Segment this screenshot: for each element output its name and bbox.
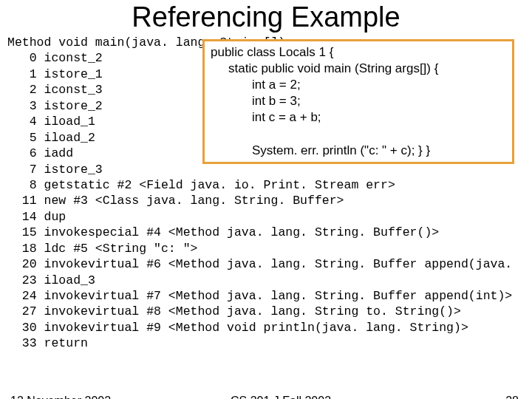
source-line: int b = 3; <box>252 93 506 109</box>
footer-course: CS 201 J Fall 2002 <box>231 395 331 399</box>
bytecode-line: 18 ldc #5 <String "c: "> <box>7 242 197 256</box>
source-code-box: public class Locals 1 { static public vo… <box>202 39 514 164</box>
bytecode-line: 27 invokevirtual #8 <Method java. lang. … <box>7 304 461 318</box>
source-line: int a = 2; <box>252 77 506 93</box>
source-line: int c = a + b; <box>252 109 506 126</box>
bytecode-line: 20 invokevirtual #6 <Method java. lang. … <box>7 257 512 271</box>
bytecode-line: 23 iload_3 <box>7 273 95 287</box>
bytecode-line: 30 invokevirtual #9 <Method void println… <box>7 321 468 335</box>
slide-title: Referencing Example <box>0 1 532 33</box>
bytecode-line: 8 getstatic #2 <Field java. io. Print. S… <box>7 178 395 192</box>
bytecode-line: 24 invokevirtual #7 <Method java. lang. … <box>7 289 512 303</box>
bytecode-line: 2 iconst_3 <box>7 83 103 97</box>
bytecode-line: 3 istore_2 <box>7 99 103 113</box>
bytecode-line: 5 iload_2 <box>7 131 95 145</box>
bytecode-line: 1 istore_1 <box>7 67 103 81</box>
bytecode-line: 4 iload_1 <box>7 115 95 129</box>
footer-page: 28 <box>505 395 519 399</box>
bytecode-line: 7 istore_3 <box>7 163 103 177</box>
bytecode-line: 14 dup <box>7 210 66 224</box>
bytecode-line: 0 iconst_2 <box>7 51 103 65</box>
source-line: System. err. println ("c: " + c); } } <box>252 143 506 159</box>
bytecode-line: 6 iadd <box>7 146 73 160</box>
source-line: public class Locals 1 { <box>211 44 506 61</box>
bytecode-line: 11 new #3 <Class java. lang. String. Buf… <box>7 194 344 208</box>
bytecode-line: 15 invokespecial #4 <Method java. lang. … <box>7 225 439 239</box>
bytecode-line: 33 return <box>7 336 88 350</box>
source-line: static public void main (String args[]) … <box>228 61 506 77</box>
